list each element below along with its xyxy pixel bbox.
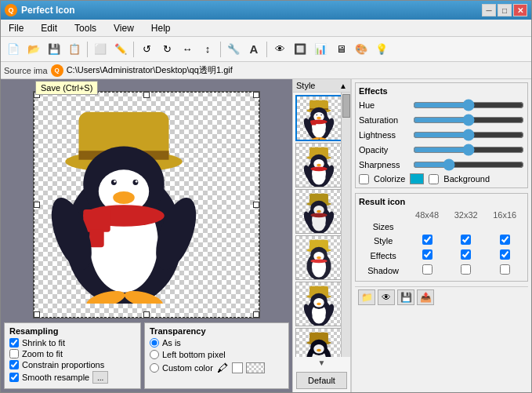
menu-edit[interactable]: Edit: [36, 21, 62, 35]
handle-bm[interactable]: [143, 311, 150, 318]
left-bottom-row: Left bottom pixel: [150, 350, 284, 359]
extra4[interactable]: 🎨: [352, 40, 371, 59]
smooth-checkbox[interactable]: [9, 373, 19, 382]
filter-button[interactable]: 🔧: [224, 40, 243, 59]
style-thumb-3[interactable]: [295, 189, 342, 234]
opacity-slider[interactable]: [413, 144, 524, 156]
handle-br[interactable]: [253, 311, 259, 318]
svg-point-10: [133, 180, 139, 185]
svg-rect-16: [89, 229, 103, 247]
extra1[interactable]: 🔲: [291, 40, 309, 59]
open-button[interactable]: 📂: [24, 40, 43, 59]
resampling-title: Resampling: [9, 326, 136, 336]
shrink-fit-checkbox[interactable]: [9, 338, 19, 348]
style-16-checkbox[interactable]: [500, 235, 510, 245]
svg-rect-34: [310, 121, 316, 126]
svg-point-45: [317, 164, 321, 166]
effects-title: Effects: [359, 86, 524, 96]
handle-tm[interactable]: [143, 92, 150, 98]
style-scrollbar[interactable]: [341, 93, 350, 357]
saturation-label: Saturation: [359, 115, 410, 125]
style-scrollbar-thumb[interactable]: [342, 94, 350, 118]
custom-color-swatch[interactable]: [232, 362, 243, 373]
right-tb-btn2[interactable]: 👁: [378, 289, 395, 305]
shadow-48-checkbox[interactable]: [422, 264, 432, 275]
shadow-32-checkbox[interactable]: [461, 264, 471, 275]
save-button[interactable]: 💾: [45, 40, 63, 59]
handle-ml[interactable]: [34, 202, 40, 208]
sizes-32-check: [447, 220, 486, 233]
close-button[interactable]: ✕: [513, 4, 527, 16]
maximize-button[interactable]: □: [498, 4, 512, 16]
new-button[interactable]: 📄: [4, 40, 23, 59]
as-is-radio[interactable]: [150, 338, 159, 348]
penguin-image: [34, 92, 214, 304]
copy-button[interactable]: 📋: [65, 40, 84, 59]
handle-tl[interactable]: [34, 92, 40, 98]
custom-color-label: Custom color: [162, 363, 213, 373]
flip-h[interactable]: ↔: [178, 40, 197, 59]
source-icon[interactable]: Q: [51, 64, 63, 77]
colorize-checkbox[interactable]: [359, 174, 369, 184]
handle-mr[interactable]: [253, 202, 259, 208]
paint-button[interactable]: ✏️: [111, 40, 130, 59]
effects-48-checkbox[interactable]: [422, 249, 432, 260]
select-button[interactable]: ⬜: [91, 40, 110, 59]
sharpness-row: Sharpness: [359, 158, 524, 171]
lightness-slider[interactable]: [413, 129, 524, 141]
style-thumb-4[interactable]: [295, 235, 342, 280]
right-tb-btn3[interactable]: 💾: [397, 289, 414, 305]
svg-point-31: [320, 115, 321, 115]
extra2[interactable]: 📊: [311, 40, 330, 59]
default-button[interactable]: Default: [296, 372, 347, 389]
shrink-fit-row: Shrink to fit: [9, 338, 136, 348]
canvas-wrapper[interactable]: [33, 91, 260, 318]
hue-slider[interactable]: [413, 99, 524, 111]
extra5[interactable]: 💡: [372, 40, 391, 59]
left-bottom-radio[interactable]: [150, 350, 159, 359]
background-checkbox[interactable]: [429, 174, 439, 184]
style-cell-label: Style: [359, 233, 407, 248]
menu-file[interactable]: File: [4, 21, 28, 35]
svg-point-73: [317, 303, 321, 305]
right-tb-btn4[interactable]: 📤: [417, 289, 434, 305]
extra3[interactable]: 🖥: [331, 40, 350, 59]
saturation-slider[interactable]: [413, 114, 524, 126]
style-32-checkbox[interactable]: [461, 235, 471, 245]
style-48-checkbox[interactable]: [422, 235, 432, 245]
result-effects-row: Effects: [359, 248, 524, 263]
constrain-checkbox[interactable]: [9, 360, 19, 369]
style-thumb-1[interactable]: [295, 95, 342, 141]
effects-32-checkbox[interactable]: [461, 249, 471, 260]
menu-view[interactable]: View: [109, 21, 139, 35]
style-scroll-up[interactable]: ▲: [339, 82, 347, 90]
handle-bl[interactable]: [34, 311, 40, 318]
handle-tr[interactable]: [253, 92, 259, 98]
colorize-swatch[interactable]: [410, 173, 424, 184]
custom-color-radio[interactable]: [150, 363, 159, 373]
menu-tools[interactable]: Tools: [70, 21, 101, 35]
dropper-button[interactable]: 🖍: [216, 362, 229, 374]
right-tb-btn1[interactable]: 📁: [358, 289, 375, 305]
svg-point-9: [111, 180, 117, 185]
eye-button[interactable]: 👁: [270, 40, 289, 59]
zoom-fit-checkbox[interactable]: [9, 349, 19, 358]
flip-v[interactable]: ↕: [198, 40, 217, 59]
background-label: Background: [443, 174, 490, 184]
style-thumb-6[interactable]: [295, 328, 342, 357]
style-scroll-down-btn[interactable]: ▼: [293, 357, 350, 369]
minimize-button[interactable]: ─: [482, 4, 496, 16]
rotate-right[interactable]: ↻: [157, 40, 176, 59]
style-thumb-5[interactable]: [295, 282, 342, 326]
text-button[interactable]: A: [244, 40, 263, 59]
right-panel: Effects Hue Saturation Lightness Opacity: [351, 79, 531, 392]
rotate-left[interactable]: ↺: [137, 40, 156, 59]
svg-point-56: [310, 213, 328, 217]
effects-16-checkbox[interactable]: [500, 249, 510, 260]
sharpness-slider[interactable]: [413, 158, 524, 171]
smooth-options-button[interactable]: ...: [92, 371, 108, 384]
shadow-16-checkbox[interactable]: [500, 264, 510, 275]
menu-help[interactable]: Help: [147, 21, 176, 35]
style-thumb-2[interactable]: [295, 143, 342, 187]
result-icon-title: Result icon: [359, 197, 524, 206]
